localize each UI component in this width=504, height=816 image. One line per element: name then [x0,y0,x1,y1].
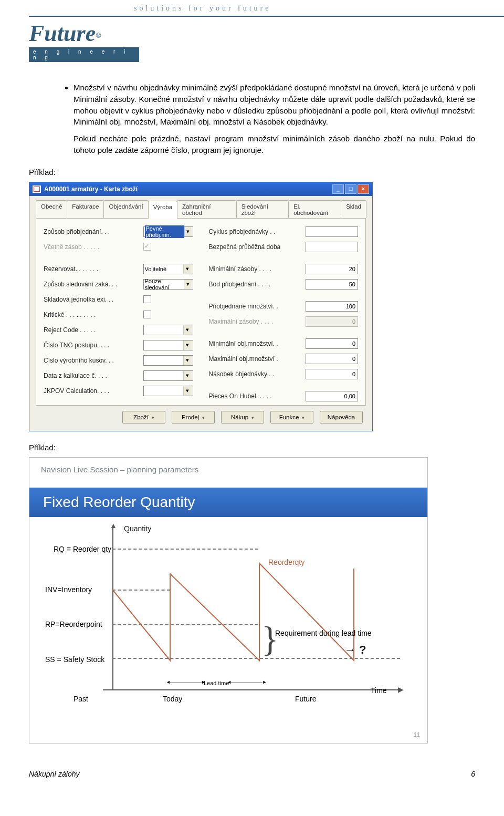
footer-left: Nákupní zálohy [29,770,80,778]
tab-fakturace[interactable]: Fakturace [67,200,104,218]
logo-text: Future [29,20,96,46]
rq-label: RQ = Reorder qty [54,545,111,553]
txt-maxzas: 0 [306,316,358,327]
lbl-vcetne: Včetně zásob . . . . . [44,243,143,251]
tab-vyroba[interactable]: Výroba [148,201,177,219]
lbl-rezervovat: Rezervovat. . . . . . . [44,265,143,273]
chevron-down-icon: ▾ [183,356,192,365]
logo-reg: ® [96,32,101,39]
lbl-cyklus: Cyklus přiobjednávky . . [209,228,306,235]
tab-sledovani[interactable]: Sledování zboží [236,200,289,218]
slide-page: 11 [414,731,420,738]
lbl-bezp: Bezpečná průběžná doba [209,243,306,251]
tick-past: Past [74,695,88,703]
maximize-button[interactable]: □ [345,184,356,194]
lbl-minobj: Minimální obj.množství. . [209,340,306,347]
slide-title: Fixed Reorder Quantity [29,488,427,517]
slide-chart: RQ = Reorder qty Quantity INV=Inventory … [45,526,412,716]
bullet-para-2: Pokud necháte pole prázdné, nastaví prog… [74,133,475,156]
txt-maxobj[interactable]: 0 [306,354,358,364]
tab-elobch[interactable]: El. obchodování [288,200,341,218]
reorderqty-label: Reorderqty [268,558,304,566]
tick-today: Today [163,695,182,703]
btn-prodej[interactable]: Prodej [172,411,215,424]
txt-minobj[interactable]: 0 [306,338,358,349]
tagline: solutions for your future [134,4,271,13]
tick-future: Future [295,695,316,703]
close-button[interactable]: × [358,184,369,194]
sel-reject[interactable]: ▾ [143,325,193,335]
sel-zpusob-priobj[interactable]: Pevné přiobj.mn.▾ [143,226,193,237]
btn-funkce[interactable]: Funkce [270,411,313,424]
lead-time: Lead time [170,680,262,686]
logo-sub: e n g i n e e r i n g [29,47,139,62]
page-header: solutions for your future Future® e n g … [29,0,475,79]
sawtooth-line [112,542,401,695]
sel-jkpov[interactable]: ▾ [143,386,193,396]
txt-pieces[interactable]: 0,00 [306,391,358,401]
lbl-pieces: Pieces On Hubel. . . . . [209,392,306,400]
window-title: A000001 armatúry - Karta zboží [44,185,138,193]
chevron-down-icon: ▾ [183,371,192,380]
chevron-down-icon: ▾ [184,280,192,289]
chevron-down-icon: ▾ [183,340,192,350]
btn-nakup[interactable]: Nákup [221,411,264,424]
tab-objednavani[interactable]: Objednávání [103,200,148,218]
tick-time: Time [371,686,387,695]
chk-kriticke[interactable] [143,311,151,318]
lbl-minzas: Minimální zásoby . . . . [209,265,306,273]
tab-sklad[interactable]: Sklad [341,200,366,218]
minimize-button[interactable]: _ [332,184,344,194]
lbl-sledovani: Způsob sledování zaká. . . [44,281,143,288]
inv-label: INV=Inventory [45,585,92,594]
txt-nasobek[interactable]: 0 [306,369,358,379]
sel-kalk[interactable]: ▾ [143,370,193,381]
txt-bod[interactable]: 50 [306,279,358,290]
lbl-bod: Bod přiobjednání . . . . [209,281,306,288]
form-left-col: Způsob přiobjednání. . . Pevné přiobj.mn… [44,226,193,402]
bullet-para-1: Množství v návrhu objednávky minimálně z… [74,82,475,128]
txt-bezp[interactable] [306,242,358,252]
sel-rezervovat[interactable]: Volitelně▾ [143,264,193,274]
btn-zbozi[interactable]: Zboží [122,411,165,424]
window-icon [33,185,41,193]
form-right-col: Cyklus přiobjednávky . . Bezpečná průběž… [209,226,359,402]
q-arrow: → ? [344,643,366,657]
lbl-reject: Reject Code . . . . . [44,326,143,334]
tab-obecne[interactable]: Obecné [36,200,67,218]
btn-napoveda[interactable]: Nápověda [320,411,363,424]
lbl-skladjed: Skladová jednotka exi. . . [44,296,143,303]
button-row: Zboží Prodej Nákup Funkce Nápověda [36,406,366,425]
txt-minzas[interactable]: 20 [306,264,358,274]
lbl-kriticke: Kritické . . . . . . . . . [44,311,143,318]
chk-skladjed[interactable] [143,295,151,303]
lbl-jkpov: JKPOV Calculation. . . . [44,387,143,395]
txt-cyklus[interactable] [306,226,358,237]
slide-top: Navision Live Session – planning paramet… [29,458,427,474]
chevron-down-icon: ▾ [183,325,192,335]
chevron-down-icon: ▾ [183,386,192,396]
ss-label: SS = Safety Stock [45,655,104,664]
tab-zahranicni[interactable]: Zahraniční obchod [177,200,237,218]
window-titlebar[interactable]: A000001 armatúry - Karta zboží _ □ × [29,182,372,196]
lbl-priobj: Přiobjednané množství. . [209,303,306,310]
sel-tng[interactable]: ▾ [143,340,193,350]
lbl-zpusob-priobj: Způsob přiobjednání. . . [44,228,143,235]
lbl-kalk: Data z kalkulace č. . . . [44,372,143,379]
chevron-down-icon: ▾ [183,264,192,274]
req-label: Requirement during lead time [275,629,372,637]
nav-window: A000001 armatúry - Karta zboží _ □ × Obe… [29,182,373,431]
lbl-nasobek: Násobek objednávky . . [209,370,306,378]
lbl-maxzas: Maximální zásoby . . . . [209,318,306,325]
chk-vcetne [143,243,151,251]
txt-priobj[interactable]: 100 [306,301,358,312]
lbl-tng: Číslo TNG postupu. . . . [44,342,143,349]
sel-sledovani[interactable]: Pouze sledování▾ [143,279,193,290]
brace-icon: } [261,621,279,657]
slide-image: Navision Live Session – planning paramet… [29,457,428,743]
qty-label: Quantity [124,524,151,533]
example-label-2: Příklad: [29,443,475,452]
sel-kusov[interactable]: ▾ [143,355,193,366]
example-label-1: Příklad: [29,168,475,177]
tab-bar: Obecné Fakturace Objednávání Výroba Zahr… [36,197,366,218]
